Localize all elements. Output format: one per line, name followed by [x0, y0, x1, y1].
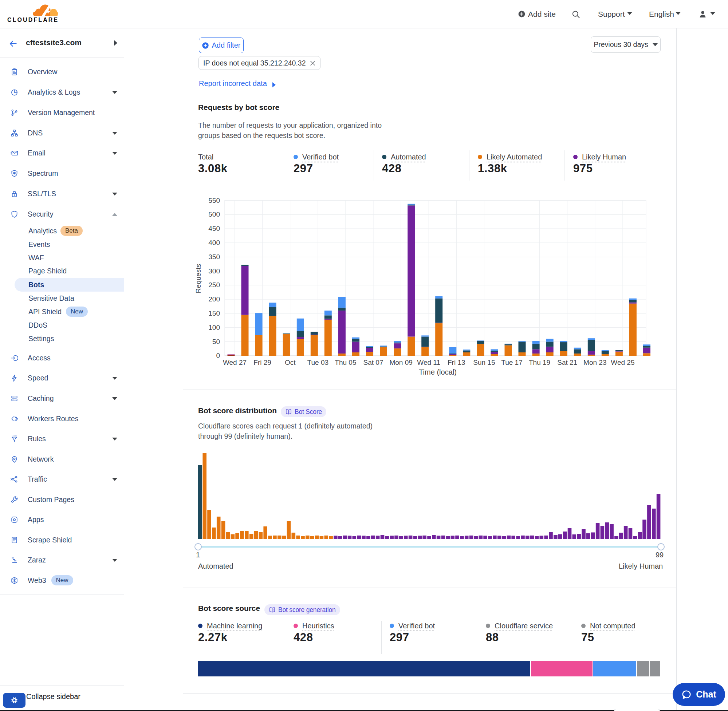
svg-text:400: 400: [208, 239, 220, 246]
svg-text:100: 100: [208, 324, 220, 331]
svg-text:Mon 23: Mon 23: [583, 358, 606, 366]
svg-text:200: 200: [208, 295, 220, 303]
svg-text:0: 0: [216, 352, 220, 359]
svg-text:Fri 13: Fri 13: [447, 358, 465, 366]
svg-text:50: 50: [212, 338, 220, 345]
svg-text:350: 350: [208, 253, 220, 261]
svg-text:Fri 29: Fri 29: [254, 358, 271, 366]
svg-text:Thu 19: Thu 19: [529, 358, 550, 366]
svg-text:550: 550: [208, 196, 220, 204]
svg-text:Wed 27: Wed 27: [223, 358, 247, 366]
svg-text:Requests: Requests: [195, 264, 202, 293]
svg-text:Mon 09: Mon 09: [389, 358, 412, 366]
svg-text:Time (local): Time (local): [419, 368, 457, 376]
svg-text:Tue 03: Tue 03: [307, 358, 328, 366]
svg-text:Sat 07: Sat 07: [363, 358, 384, 366]
svg-text:250: 250: [208, 281, 220, 289]
svg-text:150: 150: [208, 310, 220, 317]
svg-text:Wed 25: Wed 25: [611, 358, 634, 366]
svg-text:Sun 15: Sun 15: [473, 358, 495, 366]
svg-text:Wed 11: Wed 11: [417, 358, 440, 366]
svg-text:500: 500: [208, 210, 220, 218]
svg-text:Sat 21: Sat 21: [557, 358, 577, 366]
svg-text:Oct: Oct: [285, 358, 296, 366]
svg-text:Thu 05: Thu 05: [335, 358, 356, 366]
svg-text:CLOUDFLARE: CLOUDFLARE: [7, 17, 58, 22]
svg-text:Tue 17: Tue 17: [501, 358, 522, 366]
svg-text:450: 450: [208, 225, 220, 232]
svg-text:300: 300: [208, 267, 220, 275]
